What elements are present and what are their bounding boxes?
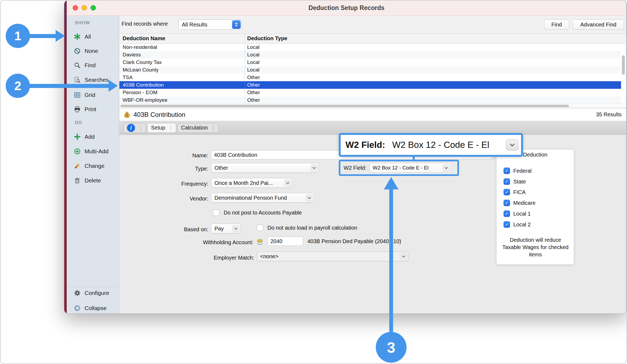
trash-icon xyxy=(73,176,81,185)
medicare-checkbox[interactable]: ✓ xyxy=(504,200,510,206)
table-row[interactable]: WBF-OR-employeeOther xyxy=(119,96,621,104)
local1-checkbox[interactable]: ✓ xyxy=(504,210,510,217)
deduction-item-row: ✓ Medicare xyxy=(504,198,535,208)
tab-bar: i ⋮ Setup ⋮ Calculation ⋮ xyxy=(119,121,626,135)
fica-checkbox[interactable]: ✓ xyxy=(504,189,510,195)
sidebar-item-configure[interactable]: Configure xyxy=(67,288,119,298)
sidebar-do-header: DO xyxy=(75,119,82,127)
screenshot: Deduction Setup Records SHOW All None xyxy=(0,0,627,364)
callout-arrow-1-head xyxy=(56,30,65,42)
frequency-dropdown[interactable]: Once a Month 2nd Pai... xyxy=(211,178,293,188)
deduction-panel-note: Deduction will reduce Taxable Wages for … xyxy=(502,236,569,258)
no-post-ap-checkbox[interactable] xyxy=(213,209,219,216)
cell-deduction-name: 403B Contribution xyxy=(119,81,245,89)
record-info-segment[interactable]: i ⋮ xyxy=(123,123,146,133)
cell-deduction-type: Other xyxy=(245,89,621,96)
chevron-down-icon xyxy=(443,164,450,171)
w2-field-dropdown[interactable]: W2 Box 12 - Code E - El xyxy=(370,163,451,173)
no-autoload-checkbox[interactable] xyxy=(257,224,263,231)
column-header-deduction-type[interactable]: Deduction Type xyxy=(245,34,626,43)
table-row[interactable]: McLean CountyLocal xyxy=(119,66,621,74)
close-window-button[interactable] xyxy=(73,5,78,11)
tab-calculation[interactable]: Calculation ⋮ xyxy=(177,123,219,133)
sidebar-item-all[interactable]: All xyxy=(67,31,119,42)
vendor-dropdown[interactable]: Denominational Pension Fund xyxy=(211,193,314,203)
check-icon: ✓ xyxy=(505,179,508,184)
printer-icon xyxy=(73,105,81,113)
cell-deduction-name: Non-residential xyxy=(119,43,245,51)
results-table: Deduction Name Deduction Type Non-reside… xyxy=(119,34,626,108)
withholding-account-input[interactable] xyxy=(267,237,303,246)
table-rows: Non-residentialLocal DaviessLocal Clark … xyxy=(119,43,621,104)
check-icon: ✓ xyxy=(505,200,508,206)
magnifier-icon xyxy=(73,61,81,69)
sidebar-item-delete[interactable]: Delete xyxy=(67,175,119,186)
table-row[interactable]: Clark County TaxLocal xyxy=(119,59,621,66)
state-checkbox[interactable]: ✓ xyxy=(504,178,510,185)
account-lookup-coin-icon[interactable] xyxy=(255,237,265,246)
cell-deduction-type: Local xyxy=(245,43,621,51)
local2-checkbox[interactable]: ✓ xyxy=(504,221,510,228)
checkbox-label: Local 2 xyxy=(513,222,531,228)
deduction-item-row: ✓ Federal xyxy=(504,165,532,176)
based-on-dropdown[interactable]: Pay xyxy=(211,224,241,233)
table-row[interactable]: TSAOther xyxy=(119,74,621,81)
sidebar-item-change[interactable]: Change xyxy=(67,161,119,171)
sidebar-item-find[interactable]: Find xyxy=(67,60,119,71)
cell-deduction-type: Other xyxy=(245,96,621,104)
pencil-icon xyxy=(73,162,81,170)
type-value: Other xyxy=(214,165,228,171)
horizontal-scrollbar-track xyxy=(119,103,626,108)
sidebar-item-multi-add[interactable]: Multi-Add xyxy=(67,146,119,157)
results-filter-dropdown[interactable]: All Results xyxy=(178,19,242,30)
svg-text:$: $ xyxy=(126,114,128,117)
plus-icon xyxy=(73,133,81,141)
callout-arrow-2-head xyxy=(109,80,118,92)
table-row[interactable]: DaviessLocal xyxy=(119,51,621,59)
table-header: Deduction Name Deduction Type xyxy=(119,34,626,43)
tab-calculation-label: Calculation xyxy=(181,125,208,131)
traffic-lights xyxy=(73,5,96,11)
no-autoload-label: Do not auto load in payroll calculation xyxy=(267,224,357,232)
zoom-window-button[interactable] xyxy=(90,5,96,11)
horizontal-scrollbar-thumb[interactable] xyxy=(120,105,569,107)
vendor-value: Denominational Pension Fund xyxy=(214,195,287,201)
sidebar-item-add[interactable]: Add xyxy=(67,131,119,142)
results-count: 35 Results xyxy=(596,111,622,118)
federal-checkbox[interactable]: ✓ xyxy=(504,168,510,174)
gear-icon xyxy=(73,289,81,297)
cell-deduction-name: McLean County xyxy=(119,66,245,74)
employer-match-dropdown[interactable]: <none> xyxy=(257,251,408,261)
no-post-ap-label: Do not post to Accounts Payable xyxy=(224,209,302,216)
table-row-selected[interactable]: 403B ContributionOther xyxy=(119,81,621,89)
titlebar: Deduction Setup Records xyxy=(67,0,626,16)
column-header-deduction-name[interactable]: Deduction Name xyxy=(119,35,245,42)
drag-handle-icon: ⋮ xyxy=(211,125,216,131)
vertical-scrollbar-thumb[interactable] xyxy=(622,55,625,75)
tab-setup[interactable]: Setup ⋮ xyxy=(147,123,176,133)
sidebar-item-label: None xyxy=(85,48,98,54)
withholding-account-description: 403B Pension Ded Payable (2040.L10) xyxy=(307,237,401,245)
find-bar: Find records where All Results Find Adva… xyxy=(119,16,626,34)
chevron-down-icon xyxy=(284,179,291,186)
sidebar-item-print[interactable]: Print xyxy=(67,104,119,115)
callout-arrow-3-head xyxy=(384,177,398,189)
table-row[interactable]: Pension - EOMOther xyxy=(119,89,621,96)
sidebar-item-label: Find xyxy=(85,62,96,69)
callout-step-2: 2 xyxy=(6,74,30,98)
advanced-find-button[interactable]: Advanced Find xyxy=(573,19,624,30)
chevron-down-icon xyxy=(232,225,239,232)
collapse-icon xyxy=(73,304,81,312)
deduction-item-row: ✓ State xyxy=(504,176,526,187)
asterisk-icon xyxy=(73,33,81,41)
minimize-window-button[interactable] xyxy=(82,5,87,11)
type-dropdown[interactable]: Other xyxy=(211,163,319,173)
cell-deduction-name: TSA xyxy=(119,74,245,81)
sidebar-item-collapse[interactable]: Collapse xyxy=(67,303,119,314)
sidebar-item-none[interactable]: None xyxy=(67,46,119,56)
callout-arrow-2-line xyxy=(27,84,109,88)
name-label: Name: xyxy=(154,151,208,159)
find-button[interactable]: Find xyxy=(544,19,569,30)
check-icon: ✓ xyxy=(505,168,508,174)
table-row[interactable]: Non-residentialLocal xyxy=(119,43,621,51)
